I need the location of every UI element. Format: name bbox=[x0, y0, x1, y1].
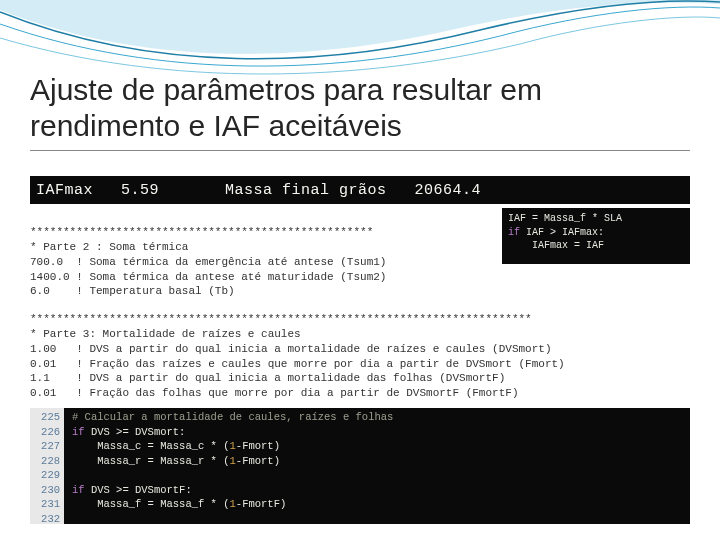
title-underline bbox=[30, 150, 690, 151]
terminal-output-bar: IAFmax 5.59 Massa final grãos 20664.4 bbox=[30, 176, 690, 204]
python-code-block: # Calcular a mortalidade de caules, raíz… bbox=[64, 408, 690, 524]
iafmax-value: 5.59 bbox=[121, 182, 159, 199]
code-line-numbers: 225 226 227 228 229 230 231 232 bbox=[30, 408, 64, 524]
slide-title: Ajuste de parâmetros para resultar em re… bbox=[30, 72, 690, 144]
params-part3: ****************************************… bbox=[30, 312, 690, 401]
params-part2: ****************************************… bbox=[30, 225, 500, 299]
massa-final-value: 20664.4 bbox=[415, 182, 482, 199]
massa-final-label: Massa final grãos bbox=[225, 182, 387, 199]
iafmax-label: IAFmax bbox=[36, 182, 93, 199]
iaf-code-snippet: IAF = Massa_f * SLA if IAF > IAFmax: IAF… bbox=[502, 208, 690, 264]
decorative-waves bbox=[0, 0, 720, 80]
